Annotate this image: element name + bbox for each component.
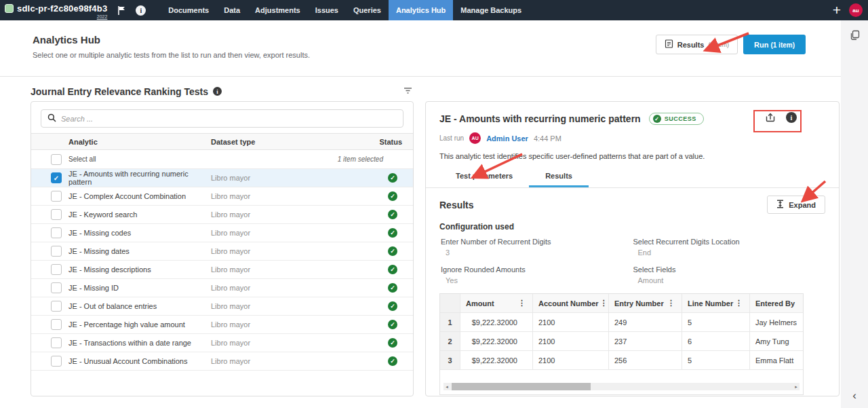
top-navbar: sdlc-pr-f2c80e98f4b3 2022 i DocumentsDat… (0, 0, 868, 20)
test-row[interactable]: JE - Complex Account CombinationLibro ma… (31, 187, 413, 206)
filter-icon[interactable] (402, 86, 414, 97)
search-input[interactable] (61, 115, 397, 123)
horizontal-scrollbar[interactable]: ◂ ▸ (443, 383, 800, 390)
scroll-right-icon[interactable]: ▸ (793, 383, 800, 390)
plus-icon[interactable]: + (833, 3, 841, 17)
config-grid: Enter Number of Recurrent Digits3Select … (439, 238, 825, 284)
cell-entered-by: Amy Tung (750, 332, 803, 351)
test-name: JE - Missing codes (68, 229, 211, 237)
row-checkbox[interactable] (51, 246, 62, 257)
cell-account-number: 2100 (533, 313, 609, 332)
flag-icon[interactable] (117, 5, 126, 16)
test-row[interactable]: JE - Missing datesLibro mayor✓ (31, 242, 413, 261)
org-switcher[interactable]: sdlc-pr-f2c80e98f4b3 2022 (5, 1, 107, 19)
config-value: Yes (441, 276, 633, 284)
nav-item-analytics-hub[interactable]: Analytics Hub (389, 0, 453, 20)
row-checkbox[interactable] (51, 301, 62, 312)
nav-item-adjustments[interactable]: Adjustments (248, 0, 308, 20)
chevron-left-icon[interactable]: ‹ (852, 389, 856, 403)
cell-entry-number: 249 (609, 313, 682, 332)
row-number: 1 (440, 313, 460, 332)
results-heading: Results (439, 200, 474, 210)
test-description: This analytic test identifies specific u… (439, 152, 825, 160)
config-label: Ignore Rounded Amounts (441, 265, 633, 274)
row-checkbox[interactable] (51, 264, 62, 275)
config-field: Select Recurrent Digits LocationEnd (633, 238, 826, 257)
select-all-label: Select all (68, 155, 311, 163)
run-button[interactable]: Run (1 item) (743, 35, 806, 54)
user-link[interactable]: Admin User (486, 134, 528, 143)
export-icon[interactable] (765, 112, 776, 123)
kebab-menu-icon[interactable]: ⋮ (599, 299, 609, 308)
nav-menu: DocumentsDataAdjustmentsIssuesQueriesAna… (161, 0, 529, 20)
status-success-icon: ✓ (388, 283, 397, 293)
nav-item-manage-backups[interactable]: Manage Backups (453, 0, 529, 20)
test-row[interactable]: JE - Missing IDLibro mayor✓ (31, 279, 413, 297)
results-col-header: Account Number⋮ (533, 294, 609, 313)
row-checkbox[interactable] (51, 227, 62, 238)
tests-list: ✓JE - Amounts with recurring numeric pat… (31, 169, 413, 371)
test-dataset: Libro mayor (211, 192, 372, 200)
success-check-icon: ✓ (653, 115, 661, 123)
test-row[interactable]: JE - Transactions within a date rangeLib… (31, 334, 413, 352)
results-button[interactable]: Results (1 item) (656, 35, 738, 54)
test-dataset: Libro mayor (211, 174, 372, 182)
page-title: Analytics Hub (33, 34, 100, 45)
row-checkbox[interactable] (51, 337, 62, 348)
scroll-left-icon[interactable]: ◂ (443, 383, 450, 390)
kebab-menu-icon[interactable]: ⋮ (666, 299, 676, 308)
info-icon[interactable]: i (786, 112, 797, 123)
row-checkbox[interactable] (51, 209, 62, 220)
results-row: 3$9,222.3200021002565Emma Flatt (440, 351, 803, 370)
nav-item-data[interactable]: Data (216, 0, 248, 20)
row-checkbox[interactable] (51, 282, 62, 293)
test-name: JE - Keyword search (68, 210, 211, 219)
test-row[interactable]: JE - Unusual Account CombinationsLibro m… (31, 352, 413, 371)
status-success-icon: ✓ (388, 356, 397, 366)
tests-section-title: Journal Entry Relevance Ranking Tests (31, 86, 208, 97)
info-icon[interactable]: i (213, 87, 222, 96)
row-checkbox[interactable] (51, 356, 62, 367)
test-row[interactable]: ✓JE - Amounts with recurring numeric pat… (31, 169, 413, 187)
kebab-menu-icon[interactable]: ⋮ (734, 299, 744, 308)
row-checkbox[interactable] (51, 191, 62, 202)
status-success-icon: ✓ (388, 320, 397, 329)
expand-button[interactable]: Expand (767, 196, 825, 214)
detail-tabs: Test parametersResults (426, 166, 839, 188)
config-field: Select FieldsAmount (633, 265, 826, 284)
tab-test-parameters[interactable]: Test parameters (439, 166, 529, 187)
test-row[interactable]: JE - Keyword searchLibro mayor✓ (31, 206, 413, 224)
status-badge: ✓ SUCCESS (649, 113, 704, 125)
user-avatar[interactable]: au (849, 3, 863, 17)
copy-icon[interactable] (850, 30, 860, 42)
test-row[interactable]: JE - Out of balance entriesLibro mayor✓ (31, 297, 413, 316)
info-icon[interactable]: i (136, 5, 146, 16)
results-row: 1$9,222.3200021002495Jay Helmers (440, 313, 803, 332)
search-box (41, 109, 403, 128)
org-year[interactable]: 2022 (17, 14, 107, 19)
row-checkbox[interactable]: ✓ (51, 172, 62, 183)
expand-icon (776, 200, 784, 210)
row-checkbox[interactable] (51, 319, 62, 330)
test-row[interactable]: JE - Missing codesLibro mayor✓ (31, 224, 413, 242)
nav-item-queries[interactable]: Queries (346, 0, 389, 20)
test-row[interactable]: JE - Missing descriptionsLibro mayor✓ (31, 261, 413, 279)
status-success-icon: ✓ (388, 265, 397, 274)
select-all-checkbox[interactable] (51, 154, 62, 165)
nav-item-issues[interactable]: Issues (308, 0, 346, 20)
test-detail-card: JE - Amounts with recurring numeric patt… (425, 101, 840, 396)
test-name: JE - Percentage high value amount (68, 320, 211, 329)
run-button-label: Run (754, 41, 768, 49)
tab-results[interactable]: Results (529, 166, 589, 187)
expand-label: Expand (789, 201, 816, 209)
kebab-menu-icon[interactable]: ⋮ (517, 299, 527, 308)
cell-line-number: 6 (682, 332, 750, 351)
nav-item-documents[interactable]: Documents (161, 0, 216, 20)
scrollbar-thumb[interactable] (452, 383, 591, 390)
config-value: Amount (633, 276, 826, 284)
cell-amount: $9,222.32000 (460, 332, 533, 351)
test-dataset: Libro mayor (211, 229, 372, 237)
test-row[interactable]: JE - Percentage high value amountLibro m… (31, 316, 413, 334)
status-success-icon: ✓ (388, 191, 397, 201)
test-name: JE - Missing descriptions (68, 265, 211, 274)
